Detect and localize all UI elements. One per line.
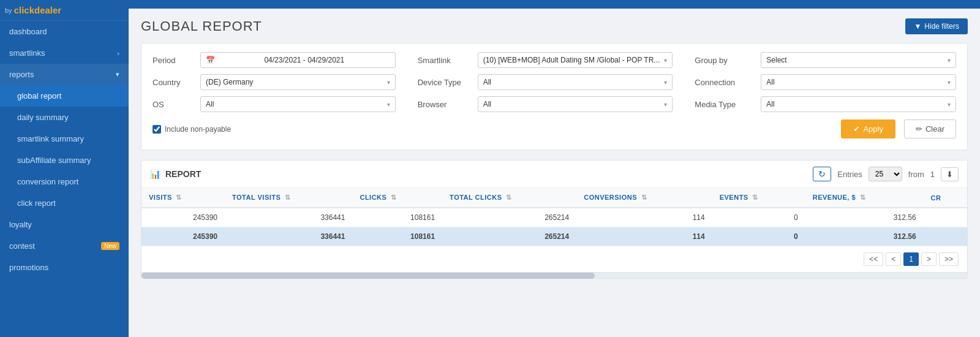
calendar-icon: 📅 xyxy=(206,56,215,64)
col-total-visits[interactable]: TOTAL VISITS ⇅ xyxy=(225,188,352,208)
report-table: VISITS ⇅ TOTAL VISITS ⇅ CLICKS ⇅ TOTAL xyxy=(141,188,967,246)
total-visits: 245390 xyxy=(141,227,225,246)
apply-button[interactable]: ✔ Apply xyxy=(841,119,895,138)
sidebar-item-click-report[interactable]: click report xyxy=(0,192,129,214)
logo-by: by xyxy=(5,7,12,14)
page-title: GLOBAL REPORT xyxy=(141,18,262,34)
sidebar-item-label: smartlinks xyxy=(9,48,45,58)
sidebar-item-promotions[interactable]: promotions xyxy=(0,257,129,278)
connection-label: Connection xyxy=(695,78,756,87)
total-clicks: 108161 xyxy=(352,227,442,246)
page-prev-button[interactable]: < xyxy=(886,252,901,266)
sidebar-item-label: global report xyxy=(17,91,61,100)
check-icon: ✔ xyxy=(853,124,860,134)
report-controls: ↻ Entries 25 50 100 from 1 ⬇ xyxy=(813,167,959,181)
sidebar-item-smartlinks[interactable]: smartlinks › xyxy=(0,42,129,64)
scroll-track[interactable] xyxy=(141,272,967,278)
total-events: 0 xyxy=(712,227,805,246)
col-conversions[interactable]: CONVERSIONS ⇅ xyxy=(576,188,712,208)
browser-select[interactable]: All ▾ xyxy=(478,96,673,112)
main-content: GLOBAL REPORT ▼ Hide filters Period 📅 04… xyxy=(129,0,980,337)
sidebar-item-smartlink-summary[interactable]: smartlink summary xyxy=(0,128,129,150)
sidebar-logo: by clickdealer xyxy=(0,0,129,21)
country-select[interactable]: (DE) Germany ▾ xyxy=(200,74,396,90)
report-icon: 📊 xyxy=(150,169,160,179)
period-input[interactable]: 📅 04/23/2021 - 04/29/2021 xyxy=(200,52,396,68)
hide-filters-button[interactable]: ▼ Hide filters xyxy=(905,18,968,34)
device-type-select[interactable]: All ▾ xyxy=(478,74,673,90)
col-revenue[interactable]: REVENUE, $ ⇅ xyxy=(805,188,924,208)
smartlink-value: (10) [WEB+MOB] Adult Dating SM /Global -… xyxy=(483,56,665,64)
os-select[interactable]: All ▾ xyxy=(200,96,396,112)
group-by-label: Group by xyxy=(695,56,756,65)
report-section: 📊 REPORT ↻ Entries 25 50 100 from 1 ⬇ xyxy=(141,160,968,279)
page-first-button[interactable]: << xyxy=(864,252,883,266)
os-value: All xyxy=(206,100,387,108)
sidebar-item-conversion-report[interactable]: conversion report xyxy=(0,171,129,192)
table-total-row: 245390 336441 108161 265214 114 0 312.56 xyxy=(141,227,967,246)
report-title: REPORT xyxy=(165,169,201,179)
col-clicks[interactable]: CLICKS ⇅ xyxy=(352,188,442,208)
include-nonpayable-checkbox[interactable] xyxy=(153,125,161,134)
from-value: 1 xyxy=(930,170,935,179)
page-title-row: GLOBAL REPORT ▼ Hide filters xyxy=(141,18,968,34)
include-nonpayable-label: Include non-payable xyxy=(165,125,231,134)
top-bar xyxy=(129,0,980,9)
new-badge: New xyxy=(101,242,119,250)
refresh-button[interactable]: ↻ xyxy=(813,167,831,181)
smartlink-label: Smartlink xyxy=(418,56,473,65)
browser-label: Browser xyxy=(418,100,473,109)
sidebar-item-loyalty[interactable]: loyalty xyxy=(0,214,129,235)
sort-icon: ⇅ xyxy=(641,194,647,201)
page-current-button[interactable]: 1 xyxy=(903,252,919,266)
sidebar-item-label: click report xyxy=(17,199,56,208)
group-by-value: Select xyxy=(766,56,786,64)
clear-button[interactable]: ✏ Clear xyxy=(904,119,956,138)
sort-icon: ⇅ xyxy=(176,194,182,201)
col-events[interactable]: EVENTS ⇅ xyxy=(712,188,805,208)
sort-icon: ⇅ xyxy=(285,194,291,201)
sidebar: by clickdealer dashboard smartlinks › re… xyxy=(0,0,129,337)
sidebar-item-reports[interactable]: reports ▾ xyxy=(0,64,129,85)
sidebar-item-label: loyalty xyxy=(9,220,32,229)
col-cr[interactable]: CR xyxy=(924,188,967,208)
connection-select[interactable]: All ▾ xyxy=(761,74,956,90)
country-value: (DE) Germany xyxy=(206,78,387,86)
scroll-thumb[interactable] xyxy=(141,273,595,279)
entries-select[interactable]: 25 50 100 xyxy=(869,167,902,181)
total-total-clicks: 265214 xyxy=(442,227,576,246)
chevron-right-icon: › xyxy=(117,50,119,57)
entries-label: Entries xyxy=(837,170,862,179)
export-button[interactable]: ⬇ xyxy=(941,167,959,181)
cell-cr xyxy=(924,208,967,227)
smartlink-select[interactable]: (10) [WEB+MOB] Adult Dating SM /Global -… xyxy=(478,52,673,68)
group-by-select[interactable]: Select ▾ xyxy=(761,52,956,68)
cell-visits: 245390 xyxy=(141,208,225,227)
sidebar-item-daily-summary[interactable]: daily summary xyxy=(0,107,129,128)
device-type-label: Device Type xyxy=(418,78,473,87)
total-cr xyxy=(924,227,967,246)
cell-events: 0 xyxy=(712,208,805,227)
from-label: from xyxy=(908,170,924,179)
filter-icon: ▼ xyxy=(914,22,921,31)
sidebar-item-label: contest xyxy=(9,241,35,251)
media-type-select[interactable]: All ▾ xyxy=(761,96,956,112)
chevron-down-icon: ▾ xyxy=(948,57,951,64)
chevron-down-icon: ▾ xyxy=(664,79,667,86)
sidebar-item-contest[interactable]: contest New xyxy=(0,235,129,257)
pagination: << < 1 > >> xyxy=(141,246,967,272)
page-next-button[interactable]: > xyxy=(921,252,937,266)
col-total-clicks[interactable]: TOTAL CLICKS ⇅ xyxy=(442,188,576,208)
sidebar-item-global-report[interactable]: global report xyxy=(0,85,129,107)
connection-value: All xyxy=(766,78,948,86)
logo-brand: clickdealer xyxy=(14,5,62,15)
country-label: Country xyxy=(153,78,195,87)
col-visits[interactable]: VISITS ⇅ xyxy=(141,188,225,208)
sidebar-item-subaffiliate-summary[interactable]: subAffiliate summary xyxy=(0,150,129,171)
device-type-value: All xyxy=(483,78,665,86)
apply-label: Apply xyxy=(863,124,883,134)
period-label: Period xyxy=(153,56,195,65)
sidebar-item-dashboard[interactable]: dashboard xyxy=(0,21,129,42)
total-conversions: 114 xyxy=(576,227,712,246)
page-last-button[interactable]: >> xyxy=(939,252,959,266)
